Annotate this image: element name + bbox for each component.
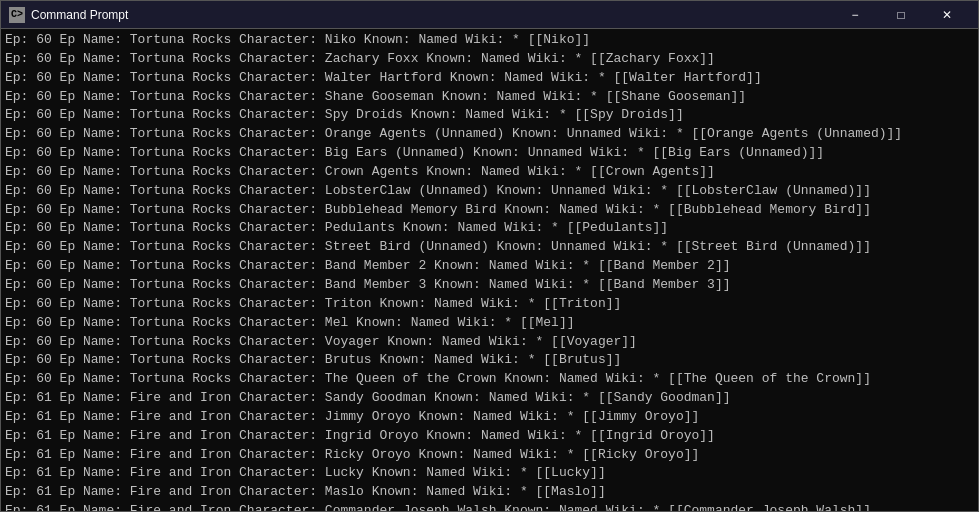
- terminal-line: Ep: 60 Ep Name: Tortuna Rocks Character:…: [5, 314, 974, 333]
- terminal-line: Ep: 60 Ep Name: Tortuna Rocks Character:…: [5, 351, 974, 370]
- window: C> Command Prompt − □ ✕ Ep: 60 Ep Name: …: [0, 0, 979, 512]
- terminal-line: Ep: 61 Ep Name: Fire and Iron Character:…: [5, 446, 974, 465]
- terminal-line: Ep: 60 Ep Name: Tortuna Rocks Character:…: [5, 333, 974, 352]
- terminal-line: Ep: 60 Ep Name: Tortuna Rocks Character:…: [5, 50, 974, 69]
- terminal-line: Ep: 60 Ep Name: Tortuna Rocks Character:…: [5, 276, 974, 295]
- terminal-line: Ep: 60 Ep Name: Tortuna Rocks Character:…: [5, 182, 974, 201]
- terminal-line: Ep: 60 Ep Name: Tortuna Rocks Character:…: [5, 31, 974, 50]
- terminal-line: Ep: 60 Ep Name: Tortuna Rocks Character:…: [5, 295, 974, 314]
- terminal-line: Ep: 60 Ep Name: Tortuna Rocks Character:…: [5, 257, 974, 276]
- terminal-line: Ep: 60 Ep Name: Tortuna Rocks Character:…: [5, 69, 974, 88]
- terminal-line: Ep: 61 Ep Name: Fire and Iron Character:…: [5, 483, 974, 502]
- terminal-line: Ep: 61 Ep Name: Fire and Iron Character:…: [5, 427, 974, 446]
- terminal-line: Ep: 60 Ep Name: Tortuna Rocks Character:…: [5, 125, 974, 144]
- terminal-line: Ep: 60 Ep Name: Tortuna Rocks Character:…: [5, 106, 974, 125]
- terminal-line: Ep: 60 Ep Name: Tortuna Rocks Character:…: [5, 219, 974, 238]
- window-controls: − □ ✕: [832, 1, 970, 29]
- titlebar-left: C> Command Prompt: [9, 7, 128, 23]
- terminal-line: Ep: 60 Ep Name: Tortuna Rocks Character:…: [5, 163, 974, 182]
- terminal-line: Ep: 60 Ep Name: Tortuna Rocks Character:…: [5, 144, 974, 163]
- titlebar: C> Command Prompt − □ ✕: [1, 1, 978, 29]
- terminal-line: Ep: 61 Ep Name: Fire and Iron Character:…: [5, 408, 974, 427]
- terminal-line: Ep: 60 Ep Name: Tortuna Rocks Character:…: [5, 370, 974, 389]
- terminal-line: Ep: 60 Ep Name: Tortuna Rocks Character:…: [5, 88, 974, 107]
- terminal-line: Ep: 60 Ep Name: Tortuna Rocks Character:…: [5, 238, 974, 257]
- terminal-content: Ep: 60 Ep Name: Tortuna Rocks Character:…: [1, 29, 978, 511]
- cmd-icon: C>: [9, 7, 25, 23]
- terminal-line: Ep: 61 Ep Name: Fire and Iron Character:…: [5, 502, 974, 511]
- maximize-button[interactable]: □: [878, 1, 924, 29]
- minimize-button[interactable]: −: [832, 1, 878, 29]
- close-button[interactable]: ✕: [924, 1, 970, 29]
- terminal-line: Ep: 60 Ep Name: Tortuna Rocks Character:…: [5, 201, 974, 220]
- window-title: Command Prompt: [31, 8, 128, 22]
- terminal-line: Ep: 61 Ep Name: Fire and Iron Character:…: [5, 464, 974, 483]
- terminal-line: Ep: 61 Ep Name: Fire and Iron Character:…: [5, 389, 974, 408]
